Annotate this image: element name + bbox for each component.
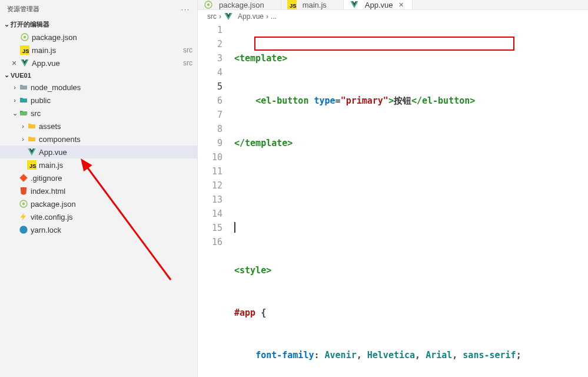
file-tree: ›node_modules›public⌄src›assets›componen… — [0, 81, 197, 236]
line-number: 12 — [198, 178, 222, 193]
open-editors-list: package.jsonJSmain.jssrc×App.vuesrc — [0, 31, 197, 70]
vue-icon — [350, 0, 359, 9]
explorer-header: 资源管理器 ··· — [0, 0, 197, 18]
open-editor-item[interactable]: JSmain.jssrc — [0, 44, 197, 57]
editor-tab[interactable]: package.json — [198, 0, 281, 9]
code-token: Arial — [426, 350, 452, 361]
tab-label: App.vue — [365, 1, 393, 9]
more-icon[interactable]: ··· — [181, 6, 190, 13]
svg-point-1 — [24, 36, 26, 38]
line-number: 8 — [198, 122, 222, 136]
open-editors-header[interactable]: ⌄ 打开的编辑器 — [0, 18, 197, 31]
file-tree-item[interactable]: ›public — [0, 94, 197, 107]
vue-icon — [27, 147, 36, 157]
breadcrumb[interactable]: src › App.vue › ... — [198, 10, 588, 23]
code-editor[interactable]: 12345678910111213141516 <template> <el-b… — [198, 23, 588, 377]
file-name: App.vue — [32, 59, 180, 68]
code-token: ; — [516, 350, 521, 361]
code-token: 按钮 — [394, 95, 411, 106]
line-number: 14 — [198, 207, 222, 221]
folder-open-icon — [19, 108, 28, 118]
npm-icon — [19, 199, 28, 209]
line-number: 10 — [198, 150, 222, 164]
breadcrumb-segment[interactable]: App.vue — [238, 12, 264, 21]
line-number: 11 — [198, 164, 222, 178]
line-number: 9 — [198, 136, 222, 150]
code-token: sans-serif — [463, 350, 516, 361]
file-name: public — [31, 96, 192, 105]
line-number: 4 — [198, 65, 222, 80]
chevron-right-icon: › — [219, 12, 221, 21]
line-numbers: 12345678910111213141516 — [198, 23, 232, 377]
file-tree-item[interactable]: ›assets — [0, 120, 197, 133]
tab-label: main.js — [303, 1, 327, 9]
chevron-right-icon[interactable]: › — [19, 135, 27, 143]
file-tree-item[interactable]: vite.config.js — [0, 210, 197, 223]
file-tree-item[interactable]: index.html — [0, 184, 197, 197]
file-name: App.vue — [39, 148, 192, 157]
editor-tab[interactable]: JSmain.js — [281, 0, 344, 9]
file-tree-item[interactable]: App.vue — [0, 145, 197, 158]
close-icon[interactable]: × — [397, 0, 406, 9]
open-editor-item[interactable]: package.json — [0, 31, 197, 44]
line-number: 16 — [198, 235, 222, 249]
open-editors-title: 打开的编辑器 — [11, 20, 49, 29]
code-token: = — [335, 95, 341, 106]
chevron-right-icon: › — [266, 12, 268, 21]
line-number: 15 — [198, 221, 222, 235]
breadcrumb-segment[interactable]: ... — [271, 12, 277, 21]
file-tree-item[interactable]: yarn.lock — [0, 223, 197, 236]
file-name: vite.config.js — [31, 213, 192, 221]
npm-icon — [20, 32, 29, 42]
code-token: </el-button> — [411, 95, 475, 106]
explorer-title: 资源管理器 — [7, 5, 39, 14]
yarn-icon — [19, 225, 28, 234]
line-number: 2 — [198, 37, 222, 51]
code-token: </template> — [234, 138, 293, 148]
js-icon: JS — [287, 0, 297, 9]
annotation-highlight — [254, 37, 514, 51]
code-token: , — [452, 350, 463, 361]
line-number: 1 — [198, 23, 222, 37]
file-name: .gitignore — [31, 174, 192, 183]
folder-yellow-icon — [27, 121, 36, 131]
close-icon[interactable]: × — [9, 58, 19, 68]
file-name: main.js — [39, 161, 192, 170]
file-tree-item[interactable]: ⌄src — [0, 107, 197, 120]
folder-yellow-icon — [27, 134, 36, 144]
file-tree-item[interactable]: ›node_modules — [0, 81, 197, 94]
editor-tab[interactable]: App.vue× — [344, 0, 413, 9]
chevron-right-icon[interactable]: › — [19, 123, 27, 130]
file-tree-item[interactable]: JSmain.js — [0, 158, 197, 171]
svg-text:JS: JS — [22, 48, 29, 54]
code-token: , — [415, 350, 426, 361]
explorer-sidebar: 资源管理器 ··· ⌄ 打开的编辑器 package.jsonJSmain.js… — [0, 0, 198, 377]
file-tree-item[interactable]: ›components — [0, 133, 197, 145]
project-title: VUE01 — [11, 72, 31, 79]
svg-point-7 — [22, 203, 25, 205]
open-editor-item[interactable]: ×App.vuesrc — [0, 57, 197, 70]
project-header[interactable]: ⌄ VUE01 — [0, 70, 197, 81]
chevron-down-icon: ⌄ — [2, 21, 11, 28]
svg-point-11 — [207, 4, 210, 6]
tab-label: package.json — [219, 1, 264, 9]
breadcrumb-segment[interactable]: src — [207, 12, 217, 21]
tab-bar: package.jsonJSmain.jsApp.vue× — [198, 0, 588, 10]
bolt-icon — [19, 212, 28, 221]
file-tree-item[interactable]: .gitignore — [0, 171, 197, 184]
chevron-down-icon[interactable]: ⌄ — [11, 110, 19, 117]
file-path: src — [183, 59, 192, 67]
file-name: components — [39, 135, 192, 144]
file-name: assets — [39, 122, 192, 131]
file-tree-item[interactable]: package.json — [0, 197, 197, 210]
code-token: <template> — [234, 53, 287, 64]
code-content[interactable]: <template> <el-button type="primary">按钮<… — [232, 23, 588, 377]
chevron-right-icon[interactable]: › — [11, 84, 19, 91]
code-token: "primary" — [341, 95, 388, 106]
folder-icon — [19, 82, 28, 92]
chevron-right-icon[interactable]: › — [11, 97, 19, 104]
js-icon: JS — [20, 45, 29, 55]
editor-area: package.jsonJSmain.jsApp.vue× src › App.… — [198, 0, 588, 377]
code-token: #app — [234, 307, 255, 318]
js-icon: JS — [27, 160, 36, 170]
